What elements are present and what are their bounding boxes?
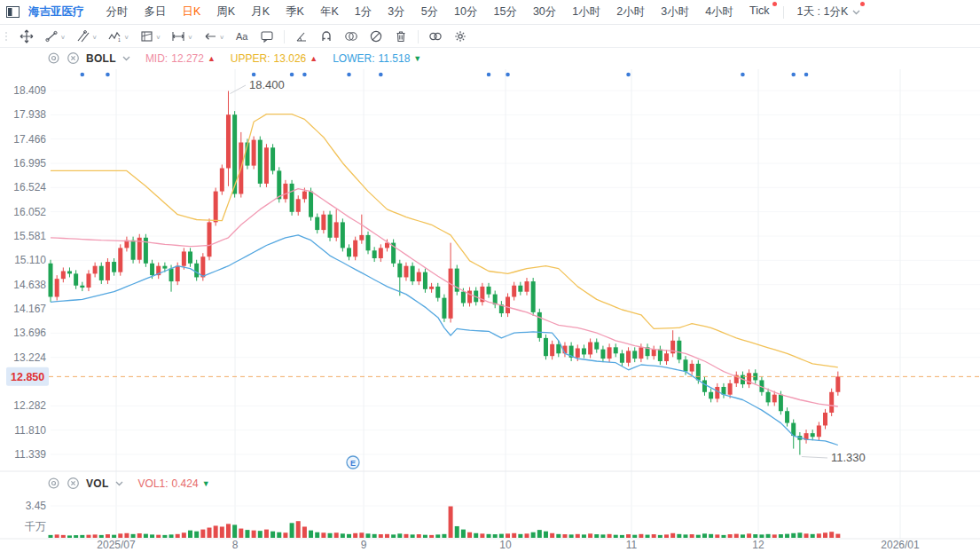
svg-text:12.282: 12.282 <box>13 399 46 412</box>
earnings-badge[interactable]: E <box>347 456 359 469</box>
grid-layer <box>51 69 980 539</box>
boll-lower-value: 11.518 <box>379 52 411 65</box>
timeframe-30分[interactable]: 30分 <box>525 4 564 20</box>
notification-dot <box>772 2 777 6</box>
vol-settings-icon[interactable] <box>47 477 60 490</box>
timeframe-tabs: 分时多日日K周K月K季K年K1分3分5分10分15分30分1小时2小时3小时4小… <box>98 4 778 20</box>
wave-icon[interactable]: 1∨ <box>103 29 135 43</box>
low-annotation: 11.330 <box>831 451 866 464</box>
svg-text:2025/07: 2025/07 <box>97 539 136 551</box>
boll-upper-value: 13.026 <box>274 52 307 65</box>
timeframe-2小时[interactable]: 2小时 <box>608 4 653 20</box>
comment-icon[interactable] <box>255 29 279 43</box>
svg-text:8: 8 <box>232 539 239 551</box>
vol-indicator-row: VOL VOL1: 0.424 ▼ <box>47 477 210 490</box>
svg-text:9: 9 <box>361 539 367 551</box>
text-icon[interactable]: Aa <box>230 29 255 43</box>
stock-name[interactable]: 海吉亚医疗 <box>28 4 84 20</box>
candlestick-layer <box>49 91 841 455</box>
magnet-icon[interactable] <box>314 29 339 43</box>
notification-dot <box>860 2 865 6</box>
vol1-arrow-icon: ▼ <box>202 479 210 488</box>
boll-upper-label: UPPER: <box>231 52 270 65</box>
toolbar-divider <box>783 6 784 19</box>
layout-icon[interactable] <box>6 6 20 18</box>
timeframe-年K[interactable]: 年K <box>312 4 347 20</box>
timeframe-10分[interactable]: 10分 <box>446 4 485 20</box>
angle-icon[interactable] <box>289 29 314 43</box>
svg-text:2026/01: 2026/01 <box>881 539 920 551</box>
current-price-line: 12.850 <box>6 367 980 386</box>
svg-text:18.409: 18.409 <box>13 84 46 97</box>
timeframe-3小时[interactable]: 3小时 <box>653 4 697 20</box>
trendline-icon[interactable]: ∨ <box>39 29 71 43</box>
timeframe-1分[interactable]: 1分 <box>347 4 380 20</box>
interval-selector[interactable]: 1天 : 1分K <box>789 4 866 20</box>
timeframe-3分[interactable]: 3分 <box>380 4 412 20</box>
timeframe-15分[interactable]: 15分 <box>485 4 524 20</box>
date-axis: 2025/07891011122026/01 <box>97 539 920 551</box>
vol-name[interactable]: VOL <box>86 477 109 490</box>
boll-settings-icon[interactable] <box>47 51 60 65</box>
pan-icon[interactable] <box>14 29 39 43</box>
timeframe-周K[interactable]: 周K <box>208 4 243 20</box>
interval-selector-label: 1天 : 1分K <box>797 4 849 20</box>
boll-mid-label: MID: <box>145 52 168 65</box>
current-price-value: 12.850 <box>11 371 44 383</box>
pattern-icon[interactable]: ∨ <box>135 29 167 43</box>
timeframe-多日[interactable]: 多日 <box>137 4 175 20</box>
event-dots-layer[interactable] <box>81 73 809 77</box>
svg-text:13.224: 13.224 <box>13 351 46 364</box>
volume-axis: 3.45千万 <box>25 500 46 532</box>
svg-text:千万: 千万 <box>25 520 46 532</box>
timeframe-5分[interactable]: 5分 <box>413 4 446 20</box>
svg-text:Aa: Aa <box>236 31 248 42</box>
vol1-value: 0.424 <box>172 477 199 490</box>
toolbar-drag-handle[interactable] <box>3 28 9 44</box>
top-toolbar: 海吉亚医疗 分时多日日K周K月K季K年K1分3分5分10分15分30分1小时2小… <box>0 0 980 25</box>
boll-chevron-icon[interactable] <box>122 56 130 61</box>
vol-chevron-icon[interactable] <box>115 481 123 486</box>
svg-text:15.110: 15.110 <box>14 254 46 266</box>
drawing-toolbar: ∨∨1∨∨∨∨Aa <box>0 26 980 48</box>
boll-name[interactable]: BOLL <box>86 52 116 65</box>
candlestick-chart[interactable]: 12.85018.40917.93817.46616.99516.52416.0… <box>0 0 980 552</box>
boll-close-icon[interactable] <box>67 51 80 65</box>
svg-text:15.581: 15.581 <box>13 230 46 242</box>
timeframe-季K[interactable]: 季K <box>278 4 312 20</box>
drawing-tools: ∨∨1∨∨∨∨Aa <box>14 29 473 43</box>
timeframe-4小时[interactable]: 4小时 <box>697 4 741 20</box>
timeframe-日K[interactable]: 日K <box>175 4 209 20</box>
settings-icon[interactable] <box>448 29 473 43</box>
timeframe-Tick[interactable]: Tick <box>741 4 777 20</box>
timeframe-月K[interactable]: 月K <box>243 4 278 20</box>
boll-indicator-row: BOLL MID: 12.272 ▲ UPPER: 13.026 ▲ LOWER… <box>47 51 421 65</box>
boll-upper-arrow-icon: ▲ <box>310 54 318 63</box>
timeframe-分时[interactable]: 分时 <box>98 4 137 20</box>
toolbar-divider <box>284 30 285 43</box>
boll-mid-arrow-icon: ▲ <box>208 54 216 63</box>
measure-icon[interactable]: ∨ <box>166 29 198 43</box>
vol1-label: VOL1: <box>138 477 169 490</box>
boll-mid-value: 12.272 <box>171 52 204 65</box>
timeframe-1小时[interactable]: 1小时 <box>564 4 608 20</box>
trash-icon[interactable] <box>388 29 413 43</box>
toolbar-divider <box>418 30 419 43</box>
vol-close-icon[interactable] <box>67 477 80 490</box>
svg-text:3.45: 3.45 <box>26 500 47 512</box>
arrow-icon[interactable]: ∨ <box>198 29 230 43</box>
price-axis: 18.40917.93817.46616.99516.52416.05215.5… <box>13 84 46 461</box>
svg-text:11: 11 <box>626 539 638 551</box>
svg-text:16.052: 16.052 <box>13 206 46 218</box>
high-annotation: 18.400 <box>249 78 285 91</box>
boll-lower-label: LOWER: <box>333 52 374 65</box>
volume-layer <box>49 507 841 538</box>
svg-text:17.938: 17.938 <box>13 108 46 121</box>
venn-icon[interactable] <box>339 29 364 43</box>
link-icon[interactable] <box>423 29 448 43</box>
channel-icon[interactable]: ∨ <box>71 29 103 43</box>
chevron-down-icon <box>852 10 860 15</box>
ban-icon[interactable] <box>364 29 388 43</box>
svg-text:16.995: 16.995 <box>13 157 46 170</box>
svg-text:E: E <box>350 459 356 468</box>
